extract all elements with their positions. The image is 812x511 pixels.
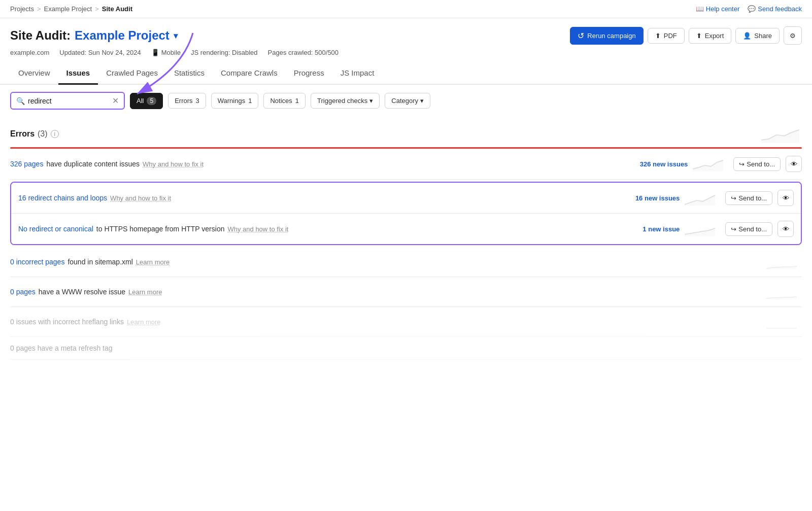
domain: example.com	[10, 49, 49, 56]
www-resolve-chart	[766, 284, 802, 299]
settings-button[interactable]: ⚙	[784, 26, 802, 45]
incorrect-pages-link[interactable]: 0 incorrect pages	[10, 258, 64, 266]
filter-errors-count: 3	[196, 97, 199, 105]
no-redirect-canonical-eye-button[interactable]: 👁	[777, 221, 794, 237]
pdf-button[interactable]: ⬆ PDF	[648, 28, 685, 44]
tab-issues[interactable]: Issues	[58, 62, 98, 85]
issue-right: 326 new issues ↪ Send to... 👁	[640, 156, 802, 172]
issue-left-meta-refresh: 0 pages have a meta refresh tag	[10, 344, 802, 352]
duplicate-content-eye-button[interactable]: 👁	[786, 156, 802, 172]
meta-refresh-desc: 0 pages have a meta refresh tag	[10, 344, 113, 352]
issue-right-www	[766, 284, 802, 299]
main-content: Errors (3) i 326 pages have duplicate co…	[0, 117, 812, 360]
incorrect-pages-chart	[766, 254, 802, 269]
redirect-chains-why[interactable]: Why and how to fix it	[110, 194, 171, 202]
svg-marker-1	[693, 160, 723, 172]
issue-row-hreflang: 0 issues with incorrect hreflang links L…	[10, 307, 802, 337]
redirect-chains-chart	[685, 190, 720, 206]
clear-search-icon[interactable]: ✕	[112, 96, 119, 106]
filter-errors-button[interactable]: Errors 3	[168, 93, 206, 109]
filter-all-button[interactable]: All 5	[130, 93, 163, 109]
errors-info-icon[interactable]: i	[51, 130, 59, 138]
errors-chart	[761, 125, 802, 143]
hreflang-learn-more: Learn more	[127, 318, 160, 326]
no-redirect-canonical-send-to-button[interactable]: ↪ Send to...	[725, 222, 772, 236]
header-buttons: ↺ Rerun campaign ⬆ PDF ⬆ Export 👤 Share …	[570, 26, 802, 45]
duplicate-content-why[interactable]: Why and how to fix it	[143, 160, 204, 168]
help-center-link[interactable]: 📖 Help center	[696, 5, 739, 13]
rerun-icon: ↺	[578, 31, 584, 41]
issue-left-canonical: No redirect or canonical to HTTPS homepa…	[18, 225, 642, 233]
filter-bar: 🔍 ✕ All 5 Errors 3 Warnings 1 Notices 1 …	[0, 85, 812, 117]
eye-icon: 👁	[791, 160, 797, 168]
rerun-campaign-button[interactable]: ↺ Rerun campaign	[570, 27, 643, 45]
project-chevron-icon[interactable]: ▾	[174, 31, 178, 41]
tab-js-impact[interactable]: JS Impact	[332, 62, 383, 85]
redirect-chains-eye-button[interactable]: 👁	[777, 190, 794, 206]
redirect-chains-link[interactable]: 16 redirect chains and loops	[18, 194, 107, 202]
pages-crawled: Pages crawled: 500/500	[268, 49, 339, 56]
category-dropdown[interactable]: Category ▾	[385, 93, 430, 109]
highlighted-group: 16 redirect chains and loops Why and how…	[10, 182, 802, 245]
export-button[interactable]: ⬆ Export	[689, 28, 732, 44]
www-resolve-learn-more[interactable]: Learn more	[128, 288, 162, 296]
filter-notices-count: 1	[295, 97, 299, 105]
tabs: Overview Issues Crawled Pages Statistics…	[0, 62, 812, 85]
breadcrumb-projects[interactable]: Projects	[10, 5, 34, 13]
book-icon: 📖	[696, 5, 704, 13]
project-name[interactable]: Example Project	[75, 28, 170, 43]
mobile-icon: 📱	[151, 49, 159, 56]
no-redirect-canonical-link[interactable]: No redirect or canonical	[18, 225, 93, 233]
tab-overview[interactable]: Overview	[10, 62, 58, 85]
breadcrumb-sep2: >	[95, 5, 99, 13]
issue-right-redirect: 16 new issues ↪ Send to... 👁	[635, 190, 794, 206]
js-rendering: JS rendering: Disabled	[191, 49, 258, 56]
page-title: Site Audit: Example Project ▾	[10, 28, 178, 43]
filter-warnings-label: Warnings	[218, 97, 245, 105]
filter-all-label: All	[137, 97, 144, 105]
tab-crawled-pages[interactable]: Crawled Pages	[98, 62, 166, 85]
issue-right-canonical: 1 new issue ↪ Send to... 👁	[642, 221, 794, 237]
triggered-checks-dropdown[interactable]: Triggered checks ▾	[311, 93, 380, 109]
top-actions: 📖 Help center 💬 Send feedback	[696, 5, 802, 13]
no-redirect-canonical-desc: to HTTPS homepage from HTTP version	[96, 225, 225, 233]
hreflang-chart	[766, 314, 802, 329]
send-feedback-link[interactable]: 💬 Send feedback	[748, 5, 802, 13]
breadcrumb-project[interactable]: Example Project	[44, 5, 92, 13]
errors-section: Errors (3) i 326 pages have duplicate co…	[10, 117, 802, 360]
breadcrumb: Projects > Example Project > Site Audit	[10, 5, 132, 13]
filter-warnings-count: 1	[248, 97, 252, 105]
incorrect-pages-desc: found in sitemap.xml	[67, 258, 132, 266]
duplicate-content-send-to-button[interactable]: ↪ Send to...	[733, 157, 781, 171]
incorrect-pages-learn-more[interactable]: Learn more	[136, 258, 170, 266]
device-type: 📱 Mobile	[151, 49, 181, 56]
issue-left-hreflang: 0 issues with incorrect hreflang links L…	[10, 318, 766, 326]
tab-compare-crawls[interactable]: Compare Crawls	[213, 62, 286, 85]
redirect-chains-send-to-button[interactable]: ↪ Send to...	[725, 191, 772, 205]
canonical-eye-icon: 👁	[783, 225, 789, 233]
errors-count: (3)	[38, 129, 48, 139]
errors-label: Errors	[10, 129, 35, 139]
issue-left-redirect: 16 redirect chains and loops Why and how…	[18, 194, 635, 202]
issue-row-duplicate-content: 326 pages have duplicate content issues …	[10, 149, 802, 180]
filter-notices-button[interactable]: Notices 1	[263, 93, 306, 109]
settings-icon: ⚙	[790, 32, 796, 40]
svg-marker-0	[761, 130, 799, 143]
redirect-eye-icon: 👁	[783, 194, 789, 202]
no-redirect-canonical-new-issues: 1 new issue	[642, 225, 680, 233]
www-resolve-link[interactable]: 0 pages	[10, 288, 36, 296]
no-redirect-canonical-why[interactable]: Why and how to fix it	[227, 225, 288, 233]
search-input[interactable]	[28, 97, 109, 105]
send-to-icon: ↪	[739, 160, 745, 168]
chevron-down-icon: ▾	[369, 97, 373, 105]
header-meta: example.com Updated: Sun Nov 24, 2024 📱 …	[10, 49, 802, 62]
share-button[interactable]: 👤 Share	[735, 28, 780, 44]
redirect-send-icon: ↪	[731, 194, 736, 202]
tab-progress[interactable]: Progress	[286, 62, 332, 85]
tab-statistics[interactable]: Statistics	[166, 62, 213, 85]
duplicate-content-link[interactable]: 326 pages	[10, 160, 43, 168]
updated-date: Updated: Sun Nov 24, 2024	[59, 49, 141, 56]
export-icon: ⬆	[696, 32, 702, 40]
issue-row-meta-refresh: 0 pages have a meta refresh tag	[10, 337, 802, 360]
filter-warnings-button[interactable]: Warnings 1	[211, 93, 259, 109]
